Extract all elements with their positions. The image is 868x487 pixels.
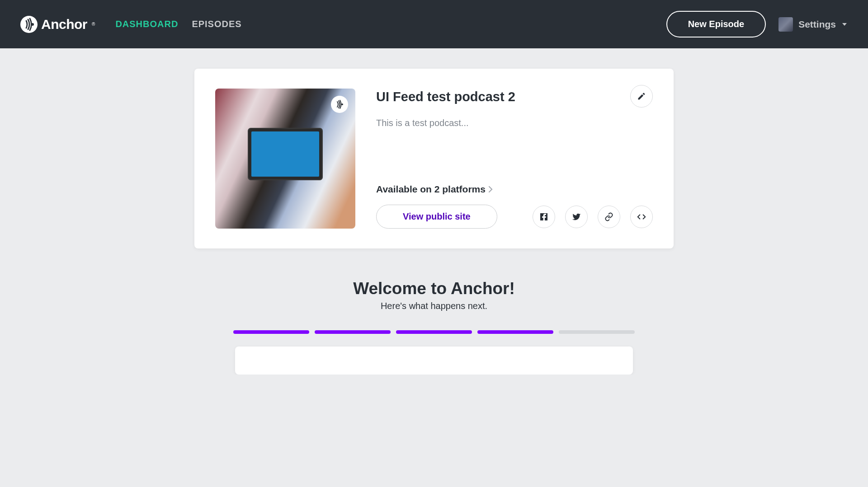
progress-segment: [396, 330, 472, 334]
brand-name: Anchor: [41, 17, 87, 32]
share-twitter-button[interactable]: [565, 206, 588, 228]
settings-label: Settings: [798, 19, 836, 30]
embed-button[interactable]: [630, 206, 653, 228]
podcast-actions: View public site: [376, 205, 653, 229]
link-icon: [604, 212, 613, 221]
platforms-link[interactable]: Available on 2 platforms: [376, 184, 653, 195]
podcast-card-body: UI Feed test podcast 2 This is a test po…: [376, 89, 653, 229]
cover-anchor-badge: [331, 96, 348, 113]
welcome-section: Welcome to Anchor! Here's what happens n…: [194, 279, 674, 375]
view-public-site-button[interactable]: View public site: [376, 205, 497, 229]
facebook-icon: [539, 212, 548, 221]
svg-point-2: [341, 103, 343, 105]
podcast-description: This is a test podcast...: [376, 118, 653, 128]
progress-segment: [559, 330, 635, 334]
main-nav: DASHBOARD EPISODES: [115, 19, 241, 29]
podcast-cover-art: [215, 89, 355, 229]
settings-menu[interactable]: Settings: [778, 17, 848, 32]
nav-dashboard[interactable]: DASHBOARD: [115, 19, 178, 29]
progress-segment: [315, 330, 391, 334]
embed-icon: [637, 212, 646, 222]
main-container: UI Feed test podcast 2 This is a test po…: [194, 48, 674, 375]
share-facebook-button[interactable]: [533, 206, 555, 228]
copy-link-button[interactable]: [598, 206, 620, 228]
svg-point-1: [31, 23, 34, 26]
anchor-logo-icon: [20, 16, 38, 33]
registered-mark: ®: [92, 22, 95, 27]
user-avatar: [778, 17, 793, 32]
header-right: New Episode Settings: [666, 11, 848, 37]
chevron-right-icon: [488, 186, 493, 193]
progress-segment: [477, 330, 553, 334]
pencil-icon: [637, 92, 646, 101]
podcast-card: UI Feed test podcast 2 This is a test po…: [194, 69, 674, 248]
onboarding-step-card: [235, 347, 633, 375]
app-header: Anchor® DASHBOARD EPISODES New Episode S…: [0, 0, 868, 48]
onboarding-progress: [194, 330, 674, 334]
welcome-title: Welcome to Anchor!: [194, 279, 674, 298]
twitter-icon: [571, 212, 581, 222]
welcome-subtitle: Here's what happens next.: [194, 301, 674, 311]
nav-episodes[interactable]: EPISODES: [192, 19, 241, 29]
new-episode-button[interactable]: New Episode: [666, 11, 766, 37]
podcast-title: UI Feed test podcast 2: [376, 89, 653, 104]
edit-podcast-button[interactable]: [630, 85, 653, 108]
chevron-down-icon: [841, 21, 848, 28]
platforms-label: Available on 2 platforms: [376, 184, 486, 195]
brand-logo[interactable]: Anchor®: [20, 16, 95, 33]
progress-segment: [233, 330, 309, 334]
